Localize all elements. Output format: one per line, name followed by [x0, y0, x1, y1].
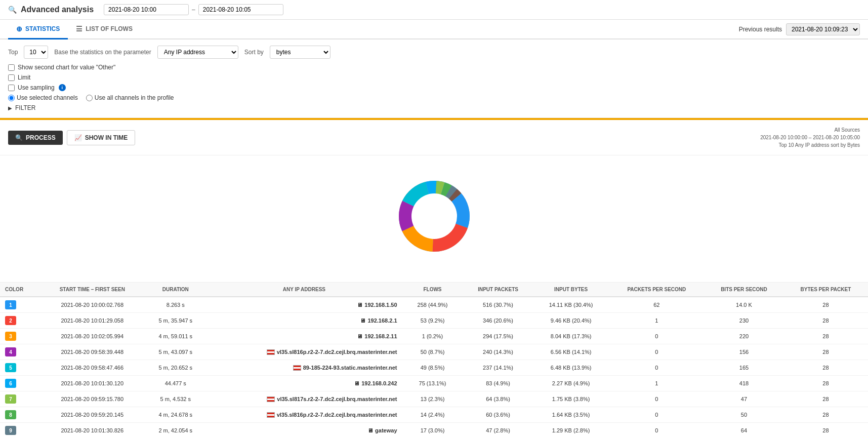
cell-duration: 5 m, 43.097 s	[145, 344, 206, 360]
tab-list-of-flows[interactable]: ☰ LIST OF FLOWS	[68, 20, 141, 39]
color-badge: 7	[5, 394, 16, 404]
action-bar: 🔍 PROCESS 📈 SHOW IN TIME All Sources 202…	[0, 120, 868, 155]
address-text: vl35.sl816p.r2-2-7.dc2.cejl.brq.masterin…	[277, 412, 397, 418]
cell-bpp: 28	[783, 344, 868, 360]
cell-color: 1	[0, 297, 39, 313]
cell-address: 🖥192.168.2.11	[206, 329, 402, 344]
cell-pps: 0	[609, 423, 705, 438]
cell-start-time: 2021-08-20 09:59:15.780	[39, 391, 145, 407]
cell-input-bytes: 1.64 KB (3.5%)	[533, 407, 609, 423]
cell-duration: 5 m, 20.652 s	[145, 360, 206, 376]
address-text: vl35.sl816p.r2-2-7.dc2.cejl.brq.masterin…	[277, 349, 397, 355]
cell-color: 3	[0, 329, 39, 344]
cell-input-bytes: 9.46 KB (20.4%)	[533, 313, 609, 329]
donut-chart	[384, 166, 485, 267]
list-icon: ☰	[76, 25, 82, 33]
cell-input-packets: 47 (2.8%)	[463, 423, 533, 438]
color-badge: 4	[5, 347, 16, 356]
cell-bps: 14.0 K	[705, 297, 783, 313]
cell-start-time: 2021-08-20 09:58:47.466	[39, 360, 145, 376]
cell-address: vl35.sl816p.r2-2-7.dc2.cejl.brq.masterin…	[206, 407, 402, 423]
cell-input-bytes: 2.27 KB (4.9%)	[533, 376, 609, 391]
tab-statistics-label: STATISTICS	[25, 25, 60, 32]
previous-results-select[interactable]: 2021-08-20 10:09:23	[786, 23, 860, 35]
monitor-icon: 🖥	[357, 302, 362, 308]
address-text: vl35.sl817s.r2-2-7.dc2.cejl.brq.masterin…	[277, 396, 397, 402]
tabs-bar: ⊕ STATISTICS ☰ LIST OF FLOWS Previous re…	[0, 20, 868, 39]
address-text: 89-185-224-93.static.masterinter.net	[303, 365, 397, 371]
show-in-time-button[interactable]: 📈 SHOW IN TIME	[67, 130, 136, 145]
cell-address: 🖥192.168.1.50	[206, 297, 402, 313]
use-all-channels-label[interactable]: Use all channels in the profile	[86, 94, 174, 101]
cell-bpp: 28	[783, 329, 868, 344]
color-badge: 3	[5, 332, 16, 341]
address-text: 192.168.2.11	[364, 333, 397, 339]
sort-label: Sort by	[244, 49, 264, 56]
table-section: COLOR START TIME – FIRST SEEN DURATION A…	[0, 282, 868, 437]
cell-color: 8	[0, 407, 39, 423]
flag-icon	[267, 349, 275, 355]
use-all-channels-radio[interactable]	[86, 95, 93, 101]
filter-arrow-icon: ▶	[8, 105, 12, 111]
color-badge: 8	[5, 410, 16, 419]
flag-icon	[293, 365, 301, 371]
use-sampling-checkbox[interactable]	[8, 85, 15, 91]
cell-pps: 0	[609, 329, 705, 344]
col-start-time: START TIME – FIRST SEEN	[39, 283, 145, 297]
tab-statistics[interactable]: ⊕ STATISTICS	[8, 20, 68, 39]
cell-duration: 4 m, 59.011 s	[145, 329, 206, 344]
use-selected-channels-label[interactable]: Use selected channels	[8, 94, 78, 101]
cell-color: 5	[0, 360, 39, 376]
cell-duration: 8.263 s	[145, 297, 206, 313]
date-end-input[interactable]	[198, 4, 283, 15]
top-select[interactable]: 10	[24, 46, 48, 59]
base-select[interactable]: Any IP address	[157, 46, 238, 59]
color-badge: 1	[5, 300, 16, 309]
cell-bpp: 28	[783, 391, 868, 407]
table-row: 42021-08-20 09:58:39.4485 m, 43.097 svl3…	[0, 344, 868, 360]
table-body: 12021-08-20 10:00:02.7688.263 s🖥192.168.…	[0, 297, 868, 437]
cell-duration: 5 m, 35.947 s	[145, 313, 206, 329]
sort-select[interactable]: bytes	[270, 46, 330, 59]
cell-start-time: 2021-08-20 10:01:30.120	[39, 376, 145, 391]
cell-bpp: 28	[783, 423, 868, 438]
show-second-chart-row: Show second chart for value "Other"	[8, 64, 860, 71]
chart-info-line3: Top 10 Any IP address sort by Bytes	[760, 141, 860, 149]
color-badge: 9	[5, 426, 16, 435]
cell-start-time: 2021-08-20 10:00:02.768	[39, 297, 145, 313]
limit-checkbox[interactable]	[8, 74, 15, 81]
data-table: COLOR START TIME – FIRST SEEN DURATION A…	[0, 283, 868, 437]
use-selected-channels-radio[interactable]	[8, 95, 15, 101]
cell-color: 7	[0, 391, 39, 407]
process-button[interactable]: 🔍 PROCESS	[8, 131, 63, 145]
cell-address: 🖥gateway	[206, 423, 402, 438]
table-row: 52021-08-20 09:58:47.4665 m, 20.652 s89-…	[0, 360, 868, 376]
cell-input-bytes: 14.11 KB (30.4%)	[533, 297, 609, 313]
monitor-icon: 🖥	[367, 427, 373, 433]
show-in-time-chart-icon: 📈	[74, 134, 82, 141]
cell-input-bytes: 1.75 KB (3.8%)	[533, 391, 609, 407]
cell-duration: 5 m, 4.532 s	[145, 391, 206, 407]
filter-row[interactable]: ▶ FILTER	[8, 104, 860, 111]
cell-flows: 13 (2.3%)	[402, 391, 463, 407]
cell-bps: 230	[705, 313, 783, 329]
cell-pps: 0	[609, 360, 705, 376]
date-separator: –	[192, 6, 195, 13]
cell-address: 🖥192.168.2.1	[206, 313, 402, 329]
use-sampling-label: Use sampling	[18, 84, 55, 91]
statistics-icon: ⊕	[16, 25, 22, 33]
cell-flows: 49 (8.5%)	[402, 360, 463, 376]
cell-address: 89-185-224-93.static.masterinter.net	[206, 360, 402, 376]
cell-bpp: 28	[783, 297, 868, 313]
color-badge: 5	[5, 363, 16, 372]
monitor-icon: 🖥	[354, 380, 359, 386]
chart-info-line1: All Sources	[760, 126, 860, 134]
date-start-input[interactable]	[104, 4, 189, 15]
show-second-chart-checkbox[interactable]	[8, 64, 15, 71]
cell-color: 2	[0, 313, 39, 329]
cell-bpp: 28	[783, 407, 868, 423]
table-row: 32021-08-20 10:02:05.9944 m, 59.011 s🖥19…	[0, 329, 868, 344]
channel-radio-row: Use selected channels Use all channels i…	[8, 94, 860, 101]
cell-input-packets: 83 (4.9%)	[463, 376, 533, 391]
cell-flows: 1 (0.2%)	[402, 329, 463, 344]
